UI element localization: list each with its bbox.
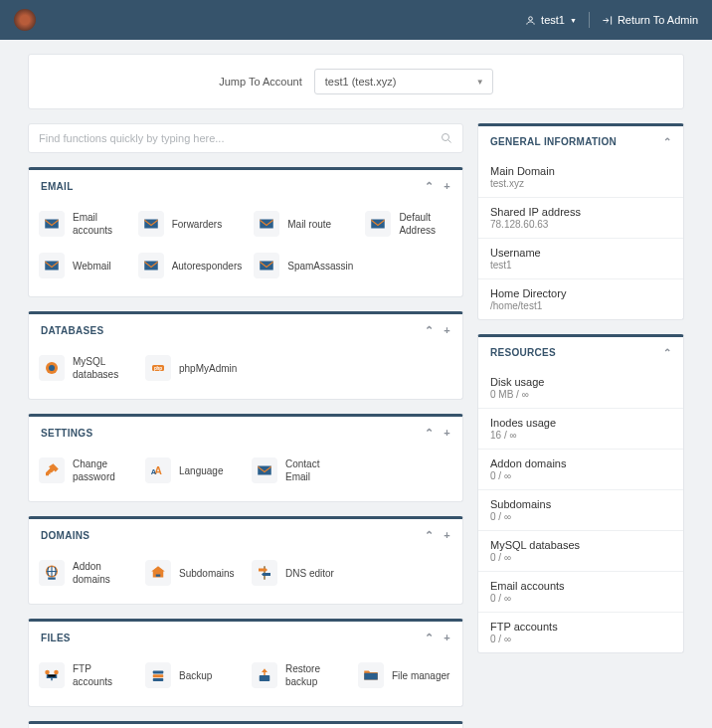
envelope-icon bbox=[39, 253, 65, 278]
house-icon bbox=[145, 560, 171, 586]
app-autoresponders[interactable]: Autoresponders bbox=[136, 249, 245, 282]
search-input[interactable]: Find functions quickly by typing here... bbox=[28, 123, 463, 153]
app-phpmyadmin[interactable]: phpphpMyAdmin bbox=[143, 351, 242, 385]
envelope-arrow-icon bbox=[254, 211, 279, 237]
app-spamassassin[interactable]: SpamAssassin bbox=[252, 249, 355, 282]
panel-header: RESOURCES⌃ bbox=[478, 337, 683, 368]
app-restore-backup[interactable]: Restore backup bbox=[250, 658, 348, 692]
info-label: Inodes usage bbox=[490, 417, 671, 429]
app-label: Subdomains bbox=[179, 567, 235, 580]
info-label: Email accounts bbox=[490, 580, 671, 592]
panel-grid: MySQL databasesphpphpMyAdmin bbox=[37, 351, 454, 385]
app-label: Language bbox=[179, 464, 224, 477]
restore-icon bbox=[252, 662, 277, 688]
app-dns-editor[interactable]: DNS editor bbox=[250, 556, 348, 590]
left-column: Find functions quickly by typing here...… bbox=[28, 123, 463, 728]
app-label: Forwarders bbox=[172, 218, 223, 231]
info-label: Disk usage bbox=[490, 376, 671, 388]
panel-title: FILES bbox=[41, 633, 71, 643]
collapse-icon[interactable]: ⌃ bbox=[425, 180, 434, 193]
info-label: Main Domain bbox=[490, 165, 671, 177]
account-bar: Jump To Account test1 (test.xyz) ▼ bbox=[28, 54, 684, 109]
info-value: /home/test1 bbox=[490, 300, 671, 311]
backup-icon bbox=[145, 662, 171, 688]
user-icon bbox=[525, 15, 536, 26]
panel-title: EMAIL bbox=[41, 181, 74, 192]
key-icon bbox=[39, 457, 65, 483]
collapse-icon[interactable]: ⌃ bbox=[425, 632, 434, 644]
collapse-icon[interactable]: ⌃ bbox=[425, 324, 434, 337]
add-icon[interactable]: + bbox=[444, 529, 450, 542]
add-icon[interactable]: + bbox=[444, 324, 450, 337]
right-column: GENERAL INFORMATION⌃Main Domaintest.xyzS… bbox=[477, 123, 684, 728]
side-panel-general-information: GENERAL INFORMATION⌃Main Domaintest.xyzS… bbox=[477, 123, 684, 320]
app-mysql-databases[interactable]: MySQL databases bbox=[37, 351, 135, 385]
app-backup[interactable]: Backup bbox=[143, 658, 242, 692]
svg-text:A: A bbox=[151, 467, 157, 476]
app-email-accounts[interactable]: Email accounts bbox=[37, 207, 128, 241]
app-label: DNS editor bbox=[285, 567, 334, 580]
caret-down-icon: ▼ bbox=[570, 17, 577, 24]
add-icon[interactable]: + bbox=[444, 632, 450, 644]
app-forwarders[interactable]: Forwarders bbox=[136, 207, 245, 241]
app-label: phpMyAdmin bbox=[179, 362, 237, 375]
info-value: 0 / ∞ bbox=[490, 470, 671, 481]
app-default-address[interactable]: Default Address bbox=[363, 207, 454, 241]
side-panel-resources: RESOURCES⌃Disk usage0 MB / ∞Inodes usage… bbox=[477, 334, 684, 653]
app-subdomains[interactable]: Subdomains bbox=[143, 556, 242, 590]
app-label: Default Address bbox=[399, 211, 452, 237]
app-mail-route[interactable]: Mail route bbox=[252, 207, 355, 241]
svg-rect-14 bbox=[153, 671, 164, 674]
svg-rect-15 bbox=[153, 674, 164, 677]
app-label: Mail route bbox=[287, 218, 331, 231]
app-label: Webmail bbox=[73, 260, 111, 273]
add-icon[interactable]: + bbox=[444, 427, 450, 440]
panel-settings: SETTINGS⌃+Change passwordAALanguageConta… bbox=[28, 414, 463, 502]
app-language[interactable]: AALanguage bbox=[143, 454, 242, 487]
panel-grid: Email accountsForwardersMail routeDefaul… bbox=[37, 207, 454, 282]
user-label: test1 bbox=[541, 14, 565, 26]
app-change-password[interactable]: Change password bbox=[37, 454, 135, 487]
info-label: Subdomains bbox=[490, 498, 671, 510]
envelope-at-icon bbox=[365, 211, 391, 237]
envelope-dollar-icon bbox=[138, 211, 164, 237]
info-row: Main Domaintest.xyz bbox=[478, 157, 683, 197]
info-row: Addon domains0 / ∞ bbox=[478, 449, 683, 489]
svg-rect-10 bbox=[156, 575, 161, 577]
collapse-icon[interactable]: ⌃ bbox=[663, 347, 671, 358]
app-ftp-accounts[interactable]: FTP accounts bbox=[37, 658, 135, 692]
language-icon: AA bbox=[145, 457, 171, 483]
info-list: Main Domaintest.xyzShared IP address78.1… bbox=[478, 157, 683, 319]
search-icon bbox=[441, 132, 452, 144]
topbar: test1 ▼ Return To Admin bbox=[0, 0, 712, 40]
collapse-icon[interactable]: ⌃ bbox=[425, 427, 434, 440]
caret-down-icon: ▼ bbox=[476, 78, 484, 87]
app-contact-email[interactable]: Contact Email bbox=[250, 454, 348, 487]
info-row: Home Directory/home/test1 bbox=[478, 278, 683, 319]
return-to-admin[interactable]: Return To Admin bbox=[602, 14, 698, 26]
app-addon-domains[interactable]: Addon domains bbox=[37, 556, 135, 590]
signpost-icon bbox=[252, 560, 277, 586]
panel-header: TOOLS⌃+ bbox=[29, 724, 462, 728]
panel-header: GENERAL INFORMATION⌃ bbox=[478, 126, 683, 157]
panel-title: SETTINGS bbox=[41, 428, 92, 439]
collapse-icon[interactable]: ⌃ bbox=[425, 529, 434, 542]
app-webmail[interactable]: Webmail bbox=[37, 249, 128, 282]
info-label: FTP accounts bbox=[490, 621, 671, 633]
collapse-icon[interactable]: ⌃ bbox=[663, 136, 671, 147]
account-select[interactable]: test1 (test.xyz) ▼ bbox=[314, 69, 493, 94]
info-value: 0 / ∞ bbox=[490, 511, 671, 522]
envelope-icon bbox=[252, 457, 277, 483]
panel-grid: Change passwordAALanguageContact Email bbox=[37, 454, 454, 487]
info-row: Shared IP address78.128.60.63 bbox=[478, 197, 683, 238]
app-file-manager[interactable]: File manager bbox=[356, 658, 454, 692]
user-menu[interactable]: test1 ▼ bbox=[525, 14, 577, 26]
panel-title: DOMAINS bbox=[41, 530, 89, 541]
panel-body: FTP accountsBackupRestore backupFile man… bbox=[29, 654, 462, 706]
exit-icon bbox=[602, 15, 613, 26]
add-icon[interactable]: + bbox=[444, 180, 450, 193]
folder-icon bbox=[358, 662, 384, 688]
panel-grid: Addon domainsSubdomainsDNS editor bbox=[37, 556, 454, 590]
panel-body: Email accountsForwardersMail routeDefaul… bbox=[29, 203, 462, 296]
app-label: Restore backup bbox=[285, 662, 346, 688]
